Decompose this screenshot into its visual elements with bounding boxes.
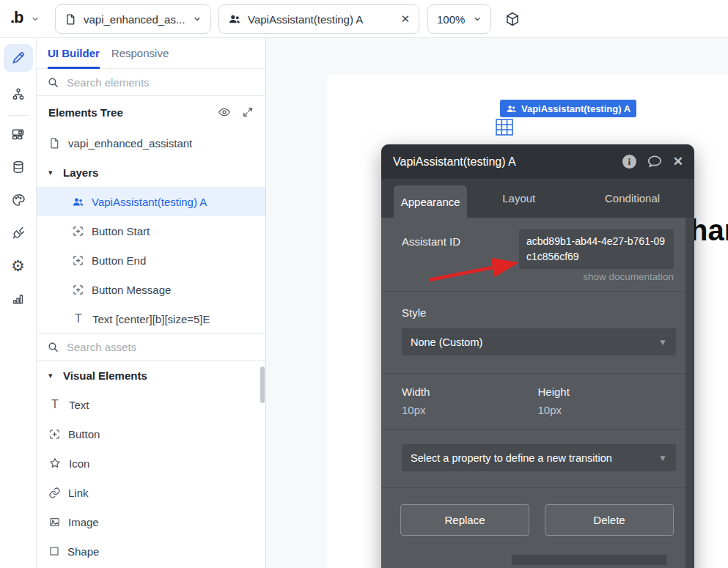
inspector-scrollbar[interactable]: [685, 218, 694, 568]
clear-selection-icon[interactable]: ✕: [400, 12, 410, 26]
visual-elements-header[interactable]: ▾ Visual Elements: [37, 361, 265, 390]
users-icon: [228, 13, 241, 25]
inspector-header[interactable]: VapiAssistant(testing) A i ✕: [381, 144, 694, 179]
tab-layout[interactable]: Layout: [467, 179, 570, 218]
tree-item-vapiassistant[interactable]: VapiAssistant(testing) A: [37, 187, 265, 216]
assistant-id-section: Assistant ID acbd89b1-ab44-4e27-b761-09c…: [381, 218, 694, 292]
asset-label: Icon: [69, 457, 89, 470]
inspector-title: VapiAssistant(testing) A: [393, 155, 612, 169]
component-library-cube-icon[interactable]: [504, 11, 521, 27]
replace-button[interactable]: Replace: [400, 504, 529, 536]
chevron-down-icon: ▼: [658, 337, 667, 347]
page-selector[interactable]: vapi_enhanced_as...: [55, 4, 211, 34]
nav-components-icon[interactable]: [4, 117, 33, 150]
main-nav-iconbar: ⚙: [0, 38, 37, 568]
asset-label: Button: [68, 428, 100, 440]
nav-data-database-icon[interactable]: [4, 150, 33, 183]
tree-page-row[interactable]: vapi_enhanced_assistant: [37, 128, 265, 158]
tab-appearance[interactable]: Appearance: [394, 185, 467, 218]
visual-elements-title: Visual Elements: [63, 369, 147, 382]
element-grid-icon[interactable]: [496, 119, 513, 136]
show-documentation-link[interactable]: show documentation: [402, 271, 674, 282]
delete-button[interactable]: Delete: [545, 504, 674, 536]
nav-design-pencil-icon[interactable]: [4, 44, 33, 72]
image-icon: [48, 516, 61, 528]
collapse-triangle-icon[interactable]: ▾: [48, 168, 56, 177]
nav-plugins-plug-icon[interactable]: [4, 216, 33, 249]
tree-item-button-message[interactable]: Button Message: [37, 275, 265, 304]
zoom-chevron-down-icon: [473, 15, 482, 23]
style-section: Style None (Custom) ▼: [381, 292, 694, 374]
search-assets-input[interactable]: Search assets: [37, 333, 265, 361]
star-icon: [48, 457, 62, 470]
clipped-input-field[interactable]: [512, 555, 667, 565]
partial-heading-text: hanc: [690, 214, 728, 247]
asset-label: Text: [69, 399, 89, 411]
asset-item-image[interactable]: Image: [37, 507, 265, 536]
users-icon: [506, 104, 517, 114]
transition-section: Select a property to define a new transi…: [381, 430, 694, 488]
button-icon: [72, 225, 84, 237]
tree-page-label: vapi_enhanced_assistant: [68, 137, 192, 150]
text-icon: T: [72, 312, 85, 325]
transition-dropdown-placeholder: Select a property to define a new transi…: [411, 452, 658, 464]
transition-dropdown[interactable]: Select a property to define a new transi…: [402, 444, 676, 471]
info-icon[interactable]: i: [622, 155, 636, 169]
expand-tree-icon[interactable]: [242, 106, 254, 118]
property-inspector: VapiAssistant(testing) A i ✕ Appearance …: [381, 144, 694, 568]
search-elements-placeholder: Search elements: [67, 76, 150, 89]
link-icon: [48, 487, 61, 499]
page-chevron-down-icon: [193, 15, 202, 23]
asset-item-link[interactable]: Link: [37, 478, 265, 507]
tab-ui-builder[interactable]: UI Builder: [48, 38, 100, 69]
close-icon[interactable]: ✕: [673, 154, 683, 169]
bubble-logo[interactable]: .b: [10, 8, 23, 27]
nav-logs-chart-icon[interactable]: [4, 282, 33, 315]
tree-item-button-start[interactable]: Button Start: [37, 216, 265, 246]
tab-conditional[interactable]: Conditional: [570, 179, 694, 218]
dimensions-section: Width 10px Height 10px: [381, 374, 694, 430]
inspector-tabbar: Appearance Layout Conditional: [381, 179, 694, 218]
zoom-selector[interactable]: 100%: [427, 4, 491, 34]
tree-item-label: Text [center][b][size=5]E: [92, 313, 210, 325]
style-dropdown[interactable]: None (Custom) ▼: [402, 328, 676, 355]
collapse-triangle-icon[interactable]: ▾: [48, 371, 56, 380]
style-dropdown-value: None (Custom): [411, 336, 658, 348]
tab-responsive[interactable]: Responsive: [111, 47, 169, 59]
tree-item-label: Button Message: [92, 284, 171, 296]
zoom-level-label: 100%: [437, 13, 466, 26]
editor-canvas[interactable]: hanc VapiAssistant(testing) A VapiAssist…: [266, 38, 728, 568]
visibility-eye-icon[interactable]: [218, 106, 231, 119]
logo-chevron-down-icon[interactable]: [31, 15, 40, 23]
button-icon: [48, 428, 61, 440]
tree-item-text[interactable]: T Text [center][b][size=5]E: [37, 304, 265, 333]
document-icon: [65, 13, 77, 26]
asset-label: Shape: [67, 545, 99, 558]
assistant-id-label: Assistant ID: [402, 229, 519, 269]
layers-label: Layers: [63, 166, 98, 179]
assistant-id-input[interactable]: acbd89b1-ab44-4e27-b761-09c1c856cf69: [519, 229, 674, 269]
tree-item-button-end[interactable]: Button End: [37, 246, 265, 275]
nav-settings-gear-icon[interactable]: ⚙: [4, 249, 33, 282]
height-value: 10px: [538, 404, 674, 416]
page-selector-label: vapi_enhanced_as...: [84, 13, 186, 26]
asset-item-icon[interactable]: Icon: [37, 449, 265, 478]
element-selector-label: VapiAssistant(testing) A: [248, 13, 394, 26]
asset-item-text[interactable]: T Text: [37, 390, 265, 419]
nav-styles-palette-icon[interactable]: [4, 183, 33, 216]
tree-item-label: VapiAssistant(testing) A: [92, 196, 207, 208]
asset-item-button[interactable]: Button: [37, 419, 265, 449]
search-elements-input[interactable]: Search elements: [37, 69, 265, 96]
comment-bubble-icon[interactable]: [647, 155, 663, 169]
ui-builder-panel: UI Builder Responsive Search elements El…: [37, 38, 266, 568]
top-toolbar: .b vapi_enhanced_as... VapiAssistant(tes…: [0, 0, 728, 38]
nav-divider: [9, 115, 28, 116]
style-label: Style: [402, 306, 676, 319]
selected-element-badge[interactable]: VapiAssistant(testing) A: [500, 100, 636, 117]
element-search-selector[interactable]: VapiAssistant(testing) A ✕: [218, 4, 419, 34]
asset-item-shape[interactable]: Shape: [37, 536, 265, 566]
nav-workflow-sitemap-icon[interactable]: [4, 78, 33, 111]
tree-layers-row[interactable]: ▾ Layers: [37, 158, 265, 187]
panel-scrollbar-thumb[interactable]: [260, 366, 265, 403]
width-label: Width: [402, 386, 538, 398]
